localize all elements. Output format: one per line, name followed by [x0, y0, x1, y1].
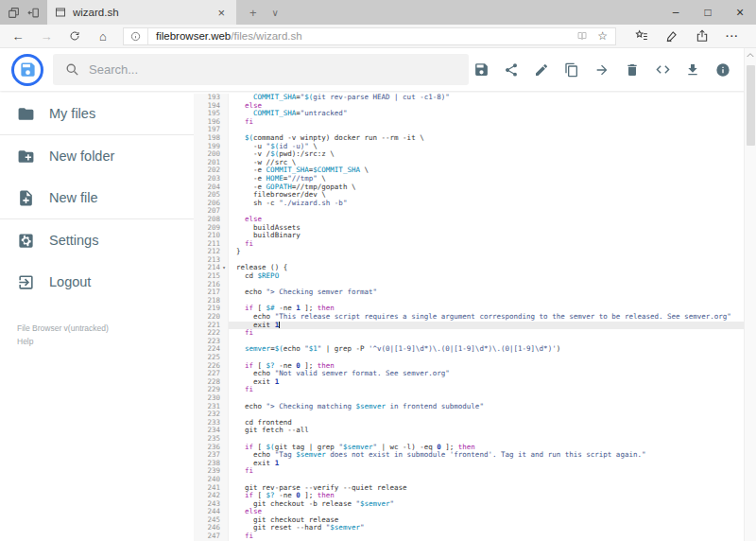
code-line[interactable]: 196 fi — [194, 118, 756, 127]
code-line[interactable]: 228 exit 1 — [194, 378, 756, 387]
tab-page-icon — [55, 7, 66, 18]
fold-gutter — [220, 224, 229, 233]
new-folder-icon — [17, 148, 35, 166]
copy-icon[interactable] — [563, 61, 580, 79]
code-text: git reset --hard "$semver" — [229, 524, 756, 532]
code-line[interactable]: 215 cd $REPO — [194, 272, 756, 281]
fold-gutter — [220, 386, 229, 394]
code-text: -v /$(pwd):/src:z \ — [229, 150, 756, 159]
back-button[interactable]: ← — [6, 29, 30, 44]
fold-gutter — [220, 126, 229, 134]
scrollbar-thumb[interactable] — [747, 65, 755, 146]
fold-gutter — [220, 500, 229, 509]
sidebar-item-label: New file — [49, 190, 98, 205]
fold-arrow-icon[interactable]: ▾ — [220, 264, 229, 272]
help-link[interactable]: Help — [17, 335, 194, 348]
reading-view-icon[interactable] — [576, 30, 588, 42]
page-scrollbar[interactable] — [744, 48, 756, 541]
share-icon[interactable] — [696, 29, 709, 43]
filebrowser-logo[interactable] — [11, 54, 43, 86]
url-text: filebrowser.web/files/wizard.sh — [148, 30, 569, 42]
code-text: release () { — [229, 264, 756, 272]
sidebar-item-my-files[interactable]: My files — [0, 93, 194, 134]
refresh-button[interactable] — [62, 29, 87, 44]
window-controls: – □ × — [660, 0, 756, 25]
code-text — [229, 256, 756, 265]
tab-bar-extras: + ∨ — [236, 0, 292, 25]
fold-gutter — [220, 150, 229, 159]
fold-gutter — [220, 256, 229, 265]
show-tab-previews-icon[interactable]: ∨ — [272, 8, 279, 18]
code-line[interactable]: 221 exit 1 — [194, 322, 756, 330]
text-cursor — [279, 322, 280, 328]
code-line[interactable]: 224 semver=$(echo "$1" | grep -P '^v(0|[… — [194, 345, 756, 354]
download-icon[interactable] — [684, 61, 701, 79]
code-line[interactable]: 206 sh -c "./wizard.sh -b" — [194, 200, 756, 208]
settings-icon — [17, 232, 35, 250]
site-info-icon[interactable] — [124, 28, 148, 44]
code-line[interactable]: 212} — [194, 248, 756, 256]
code-line[interactable]: 222 fi — [194, 329, 756, 338]
sidebar-item-new-file[interactable]: New file — [0, 177, 194, 218]
code-line[interactable]: 210 buildBinary — [194, 232, 756, 240]
fold-gutter — [220, 183, 229, 192]
fold-gutter — [220, 175, 229, 183]
save-icon[interactable] — [472, 61, 490, 79]
more-menu-icon[interactable]: ··· — [726, 30, 739, 42]
home-button[interactable]: ⌂ — [91, 29, 115, 44]
web-note-pen-icon[interactable] — [665, 29, 679, 43]
code-line[interactable]: 238 exit 1 — [194, 460, 756, 468]
app-header — [0, 48, 756, 91]
info-icon[interactable] — [714, 61, 731, 79]
tab-title: wizard.sh — [73, 7, 207, 18]
code-line[interactable]: 211 fi — [194, 240, 756, 249]
move-icon[interactable] — [593, 61, 610, 79]
fold-gutter — [220, 419, 229, 428]
sidebar-item-settings[interactable]: Settings — [0, 219, 194, 261]
code-line[interactable]: 195 COMMIT_SHA="untracked" — [194, 110, 756, 118]
share-file-icon[interactable] — [503, 61, 520, 79]
new-tab-button[interactable]: + — [249, 6, 257, 20]
code-line[interactable]: 207 — [194, 207, 756, 216]
code-line[interactable]: 246 git reset --hard "$semver" — [194, 524, 756, 532]
code-line[interactable]: 193 COMMIT_SHA="$(git rev-parse HEAD | c… — [194, 94, 756, 102]
code-line[interactable]: 243 git checkout -b release "$semver" — [194, 500, 756, 509]
code-line[interactable]: 217 echo "> Checking semver format" — [194, 288, 756, 297]
scroll-up-icon[interactable] — [747, 48, 754, 61]
url-host: filebrowser.web — [156, 30, 231, 42]
tabs-set-aside-icon[interactable] — [27, 7, 40, 19]
code-line[interactable]: 234 git fetch --all — [194, 427, 756, 435]
sidebar-item-new-folder[interactable]: New folder — [0, 135, 194, 177]
code-editor[interactable]: 193 COMMIT_SHA="$(git rev-parse HEAD | c… — [194, 91, 756, 541]
maximize-button[interactable]: □ — [692, 6, 724, 19]
code-text: fi — [229, 329, 756, 338]
browser-tab[interactable]: wizard.sh × — [47, 0, 236, 25]
logout-icon — [17, 273, 35, 291]
edit-icon[interactable] — [533, 61, 550, 79]
sidebar-item-logout[interactable]: Logout — [0, 261, 194, 303]
code-line[interactable]: 247 fi — [194, 532, 756, 541]
fold-gutter — [220, 166, 229, 175]
fold-gutter — [220, 444, 229, 452]
search-box[interactable] — [53, 54, 469, 85]
fold-gutter — [220, 394, 229, 403]
code-line[interactable]: 231 echo "> Checking matching $semver in… — [194, 403, 756, 411]
code-text: COMMIT_SHA="$(git rev-parse HEAD | cut -… — [229, 94, 756, 102]
fold-gutter — [220, 159, 229, 167]
hub-icon[interactable] — [635, 29, 648, 43]
forward-button[interactable]: → — [34, 29, 59, 44]
fold-gutter — [220, 532, 229, 541]
set-tabs-aside-icon[interactable] — [8, 7, 20, 19]
fold-gutter — [220, 322, 229, 330]
search-input[interactable] — [89, 62, 456, 77]
code-line[interactable]: 239 fi — [194, 467, 756, 476]
code-text: exit 1 — [229, 460, 756, 468]
address-bar[interactable]: filebrowser.web/files/wizard.sh ☆ — [123, 27, 616, 45]
add-favorite-icon[interactable]: ☆ — [597, 29, 608, 43]
tab-close-icon[interactable]: × — [214, 6, 229, 20]
close-button[interactable]: × — [724, 5, 756, 20]
minimize-button[interactable]: – — [660, 6, 692, 19]
raw-code-icon[interactable] — [654, 61, 671, 79]
delete-icon[interactable] — [624, 61, 641, 79]
code-line[interactable]: 229 fi — [194, 386, 756, 394]
